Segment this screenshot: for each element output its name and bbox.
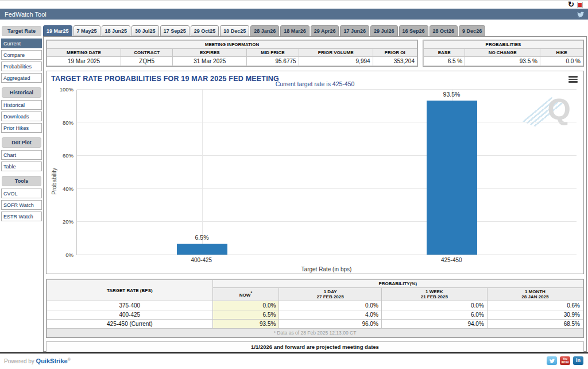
info-row: MEETING INFORMATION MEETING DATE CONTRAC… [46,40,584,67]
one-day-header: 1 DAY27 FEB 2025 [279,288,381,301]
sidebar-group-dot-plot: Dot Plot Chart Table [1,137,42,171]
y-tick-label: 100% [60,86,74,93]
meeting-info-title: MEETING INFORMATION [47,41,417,49]
mid-price-value: 95.6775 [247,57,299,66]
tab-18-mar26[interactable]: 18 Mar26 [280,25,310,36]
chart-panel: TARGET RATE PROBABILITIES FOR 19 MAR 202… [46,71,584,274]
export-document-icon[interactable] [577,2,583,8]
projected-dates-note: 1/1/2026 and forward are projected meeti… [46,341,584,352]
h-gridline [77,89,577,90]
week-cell: 0.0% [381,301,487,310]
h-gridline [77,155,577,156]
tab-19-mar25[interactable]: 19 Mar25 [43,25,72,36]
meeting-date-value: 19 Mar 2025 [47,57,121,66]
no-change-header: NO CHANGE [465,49,540,57]
chart-bar-425-450[interactable] [427,101,477,255]
tab-7-may25[interactable]: 7 May25 [74,25,100,36]
sidebar-item-current[interactable]: Current [1,39,42,48]
expires-value: 31 Mar 2025 [173,57,247,66]
sidebar-item-probabilities[interactable]: Probabilities [1,62,42,71]
meeting-information-box: MEETING INFORMATION MEETING DATE CONTRAC… [46,40,418,67]
sidebar-item-estr-watch[interactable]: ESTR Watch [1,212,42,221]
x-tick-label: 425-450 [441,257,462,263]
titlebar: FedWatch Tool [0,9,588,20]
tab-29-apr26[interactable]: 29 Apr26 [311,25,339,36]
tab-17-jun26[interactable]: 17 Jun26 [340,25,369,36]
x-tick-label: 400-425 [191,257,212,263]
powered-by-label: Powered by [4,358,34,364]
linkedin-social-icon[interactable]: in [573,356,583,365]
sidebar-item-prior-hikes[interactable]: Prior Hikes [1,123,42,133]
prior-volume-value: 9,994 [299,57,373,66]
data-as-of-footnote: * Data as of 28 Feb 2025 12:13:00 CT [47,329,583,337]
y-tick-label: 20% [63,218,74,225]
y-tick-label: 60% [63,152,74,159]
chart-bar-400-425[interactable] [177,244,227,255]
chart-menu-icon[interactable] [568,76,578,84]
table-row-425-450-current: 425-450 (Current) 93.5% 96.0% 94.0% 68.5… [47,320,583,329]
sidebar-item-table[interactable]: Table [1,162,42,171]
day-cell: 0.0% [279,301,381,310]
x-axis-ticks: 400-425425-450 [76,257,577,265]
footer: Powered by QuikStrike® YouTube in [0,353,588,369]
hike-value: 0.0 % [540,57,583,66]
tab-10-dec25[interactable]: 10 Dec25 [220,25,249,36]
watermark-q-icon: Q [548,94,571,124]
one-week-header: 1 WEEK21 FEB 2025 [381,288,487,301]
twitter-social-icon[interactable] [547,356,557,365]
day-cell: 4.0% [279,310,381,320]
tab-17-sep25[interactable]: 17 Sep25 [160,25,189,36]
sidebar: Target Rate Current Compare Probabilitie… [1,26,42,223]
v-gridline [202,90,203,255]
sidebar-header-tools: Tools [2,176,41,186]
ease-value: 6.5 % [424,57,465,66]
week-cell: 94.0% [381,320,487,329]
tab-18-jun25[interactable]: 18 Jun25 [102,25,131,36]
meeting-date-tabs: 19 Mar25 7 May25 18 Jun25 30 Jul25 17 Se… [43,24,486,36]
day-cell: 96.0% [279,320,381,329]
sidebar-group-historical: Historical Historical Downloads Prior Hi… [1,87,42,133]
h-gridline [77,188,577,189]
tab-9-dec26[interactable]: 9 Dec26 [459,25,485,36]
sidebar-group-tools: Tools CVOL SOFR Watch ESTR Watch [1,176,42,221]
week-cell: 6.0% [381,310,487,320]
h-gridline [77,122,577,122]
chart-plot: Q 6.5%93.5% [76,90,577,255]
probabilities-title: PROBABILITIES [424,41,583,49]
tab-29-oct25[interactable]: 29 Oct25 [191,25,219,36]
sidebar-item-downloads[interactable]: Downloads [1,112,42,121]
sidebar-item-chart[interactable]: Chart [1,150,42,160]
chart-body: Probability 0%20%40%60%80%100% Q 6.5%93.… [50,90,577,272]
sidebar-header-target-rate: Target Rate [2,26,41,36]
fedwatch-tool-window: ↻ FedWatch Tool Target Rate Current Comp… [0,0,588,369]
contract-value: ZQH5 [121,57,173,66]
tab-30-jul25[interactable]: 30 Jul25 [131,25,159,36]
sidebar-item-historical[interactable]: Historical [1,100,42,110]
refresh-icon[interactable]: ↻ [568,0,574,9]
tab-28-oct26[interactable]: 28 Oct26 [430,25,458,36]
y-axis-label: Probability [50,90,58,272]
sidebar-item-aggregated[interactable]: Aggregated [1,73,42,83]
twitter-icon[interactable] [577,11,585,18]
probability-history-table: TARGET RATE (BPS) PROBABILITY(%) NOW* 1 … [46,279,584,338]
rate-cell: 425-450 (Current) [47,320,213,329]
tab-29-jul26[interactable]: 29 Jul26 [370,25,398,36]
sidebar-item-cvol[interactable]: CVOL [1,189,42,198]
target-rate-bps-header: TARGET RATE (BPS) [47,280,213,301]
ease-header: EASE [424,49,465,57]
tab-16-sep26[interactable]: 16 Sep26 [399,25,428,36]
meeting-date-header: MEETING DATE [47,49,121,57]
plot-wrap: Q 6.5%93.5% 400-425425-450 Target Rate (… [76,90,577,272]
now-header: NOW* [212,288,279,301]
sidebar-group-target-rate: Target Rate Current Compare Probabilitie… [1,26,42,83]
now-cell: 93.5% [212,320,279,329]
youtube-social-icon[interactable]: YouTube [560,356,570,365]
tab-28-jan26[interactable]: 28 Jan26 [250,25,279,36]
prior-oi-value: 353,204 [373,57,417,66]
quikstrike-link[interactable]: QuikStrike [36,358,68,364]
prior-volume-header: PRIOR VOLUME [299,49,373,57]
prior-oi-header: PRIOR OI [373,49,417,57]
contract-header: CONTRACT [121,49,173,57]
sidebar-item-sofr-watch[interactable]: SOFR Watch [1,200,42,210]
sidebar-item-compare[interactable]: Compare [1,50,42,60]
